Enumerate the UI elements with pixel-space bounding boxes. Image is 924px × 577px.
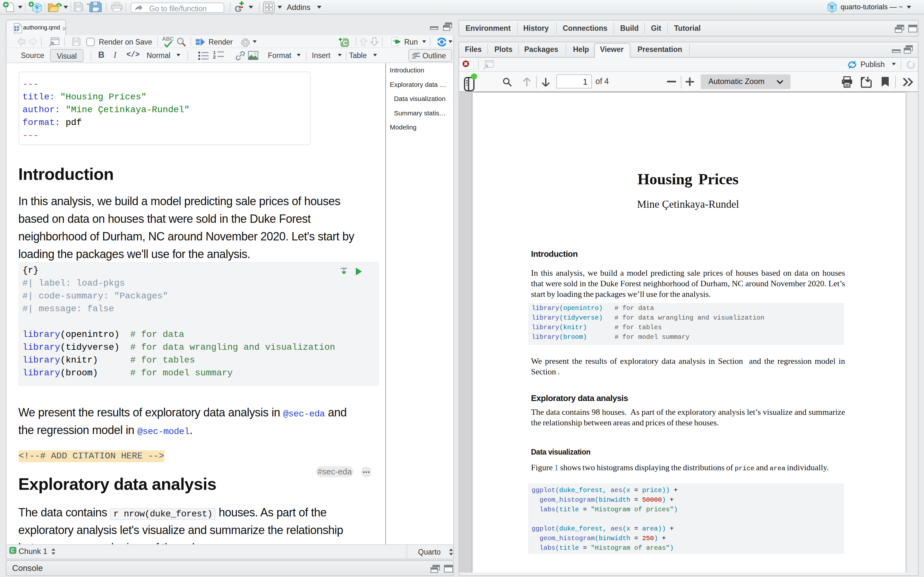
svg-text:R: R <box>830 3 834 10</box>
svg-text:G: G <box>234 3 242 13</box>
svg-text:C: C <box>11 548 15 553</box>
svg-text:R: R <box>35 4 39 10</box>
svg-text:C: C <box>343 39 347 47</box>
